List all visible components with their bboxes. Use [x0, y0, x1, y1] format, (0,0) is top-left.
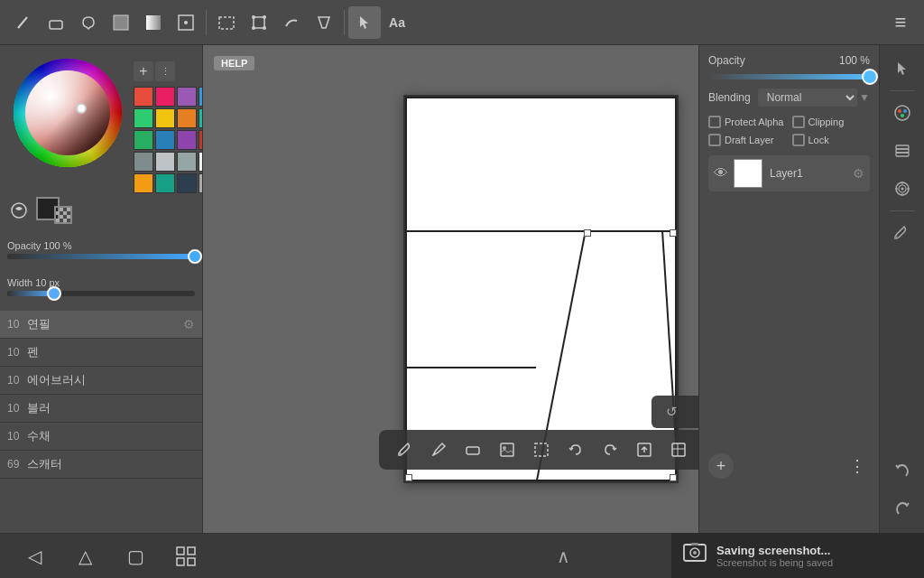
- redo-canvas-tool[interactable]: [596, 435, 624, 464]
- opacity-right-track[interactable]: [708, 74, 870, 79]
- brush-canvas-tool[interactable]: [424, 435, 453, 464]
- color-swatch[interactable]: [155, 130, 175, 150]
- color-swatch[interactable]: [177, 108, 197, 128]
- eyedropper-canvas-tool[interactable]: [390, 435, 419, 464]
- layer-settings-icon[interactable]: ⚙: [853, 166, 864, 181]
- color-swatch[interactable]: [134, 87, 153, 107]
- back-nav-button[interactable]: ◁: [18, 540, 51, 573]
- fill-tool[interactable]: [105, 6, 137, 39]
- grid-nav-button[interactable]: [170, 540, 202, 573]
- redo-right-icon[interactable]: [886, 493, 919, 526]
- color-swatch[interactable]: [177, 152, 197, 172]
- color-swatch[interactable]: [155, 108, 175, 128]
- eyedropper-tool[interactable]: [170, 6, 202, 39]
- menu-icon[interactable]: ≡: [884, 6, 917, 39]
- undo-right-icon[interactable]: [886, 455, 919, 488]
- target-panel-icon[interactable]: [886, 172, 919, 205]
- color-swatch[interactable]: [134, 108, 153, 128]
- blending-select[interactable]: Normal: [758, 89, 857, 107]
- grid-canvas-tool[interactable]: [664, 435, 693, 464]
- blending-row: Blending Normal ▼: [708, 89, 870, 107]
- smear2-tool[interactable]: [275, 6, 308, 39]
- pencil-tool[interactable]: [7, 6, 40, 39]
- palette-options-btn[interactable]: ⋮: [155, 61, 175, 81]
- drawing-canvas[interactable]: [403, 95, 679, 483]
- recents-nav-button[interactable]: ▢: [119, 540, 152, 573]
- draft-layer-checkbox[interactable]: [708, 134, 721, 146]
- image-canvas-tool[interactable]: [493, 435, 522, 464]
- blending-label: Blending: [708, 91, 751, 104]
- eraser-canvas-tool[interactable]: [458, 435, 487, 464]
- width-track[interactable]: [7, 291, 195, 296]
- help-badge[interactable]: HELP: [214, 56, 254, 70]
- selection-canvas-tool[interactable]: [527, 435, 556, 464]
- color-swatch[interactable]: [134, 173, 153, 193]
- foreground-background-swatches[interactable]: [36, 197, 72, 224]
- add-color-btn[interactable]: +: [134, 61, 153, 81]
- text-tool[interactable]: Aa: [381, 6, 413, 39]
- color-wheel[interactable]: [9, 54, 126, 172]
- layer-row[interactable]: 👁 Layer1 ⚙: [708, 155, 870, 191]
- protect-alpha-checkbox[interactable]: [708, 116, 721, 128]
- color-swatch[interactable]: [155, 87, 175, 107]
- layer-more-btn[interactable]: ⋮: [845, 453, 870, 479]
- svg-rect-4: [146, 15, 161, 30]
- brush-item-airbrush[interactable]: 10 에어브러시: [0, 367, 202, 395]
- add-layer-btn[interactable]: +: [708, 453, 734, 479]
- far-right-panel: [879, 45, 924, 533]
- eraser-tool[interactable]: [40, 6, 72, 39]
- selection-handle-bl[interactable]: [405, 474, 412, 481]
- brush-item-pencil[interactable]: 10 연필 ⚙ + 🗑 ⌄: [0, 311, 202, 339]
- chevron-up-icon[interactable]: ∧: [557, 545, 570, 567]
- lock-label: Lock: [808, 135, 829, 145]
- brush-settings-icon[interactable]: ⚙: [183, 317, 195, 331]
- svg-point-34: [901, 188, 903, 191]
- lock-checkbox[interactable]: [792, 134, 805, 146]
- selection-handle-tr[interactable]: [670, 229, 677, 237]
- layer-bottom: + ⋮: [708, 453, 870, 479]
- width-thumb[interactable]: [47, 286, 61, 301]
- select-rect-tool[interactable]: [210, 6, 243, 39]
- color-swatch[interactable]: [177, 87, 197, 107]
- home-nav-button[interactable]: △: [69, 540, 101, 573]
- pointer-tool[interactable]: [348, 6, 381, 39]
- opacity-thumb[interactable]: [188, 249, 202, 264]
- export-canvas-tool[interactable]: [630, 435, 659, 464]
- layers-panel-icon[interactable]: [886, 135, 919, 167]
- color-swatch[interactable]: [177, 130, 197, 150]
- background-swatch[interactable]: [54, 206, 72, 224]
- draft-layer-label: Draft Layer: [725, 135, 773, 145]
- selection-handle-br[interactable]: [670, 474, 677, 481]
- brush-item-blur[interactable]: 10 블러: [0, 395, 202, 423]
- clipping-checkbox[interactable]: [792, 116, 805, 128]
- gradient-tool[interactable]: [137, 6, 170, 39]
- opacity-track[interactable]: [7, 254, 195, 259]
- svg-point-6: [184, 21, 188, 24]
- brush-item-scatter[interactable]: 69 스캐터: [0, 451, 202, 479]
- liquify-tool[interactable]: [308, 6, 340, 39]
- arrow-tool-icon[interactable]: [886, 52, 919, 85]
- brush-item-pen[interactable]: 10 펜: [0, 339, 202, 367]
- eyedropper-right-icon[interactable]: [886, 217, 919, 249]
- layer-visibility-icon[interactable]: 👁: [714, 165, 728, 182]
- color-mode-selector[interactable]: [9, 200, 29, 220]
- bottom-bar: ◁ △ ▢ ∧ Saving screenshot... Screenshot …: [0, 533, 924, 578]
- rotate-ccw-icon[interactable]: ↺: [659, 399, 684, 424]
- opacity-right-fill: [708, 74, 870, 79]
- brush-item-watercolor[interactable]: 10 수채: [0, 423, 202, 451]
- color-swatch[interactable]: [155, 152, 175, 172]
- lock-group: Lock: [792, 134, 871, 146]
- transform2-tool[interactable]: [243, 6, 275, 39]
- notification-title: Saving screenshot...: [716, 544, 833, 557]
- palette-panel-icon[interactable]: [886, 97, 919, 129]
- color-swatch[interactable]: [134, 130, 153, 150]
- color-swatch[interactable]: [134, 152, 153, 172]
- undo-canvas-tool[interactable]: [561, 435, 590, 464]
- svg-point-9: [263, 15, 266, 19]
- color-swatch[interactable]: [155, 173, 175, 193]
- lasso-tool[interactable]: [72, 6, 105, 39]
- selection-handle-tl[interactable]: [584, 229, 591, 237]
- color-palette: [134, 87, 203, 193]
- color-swatch[interactable]: [177, 173, 197, 193]
- opacity-right-thumb[interactable]: [862, 69, 878, 85]
